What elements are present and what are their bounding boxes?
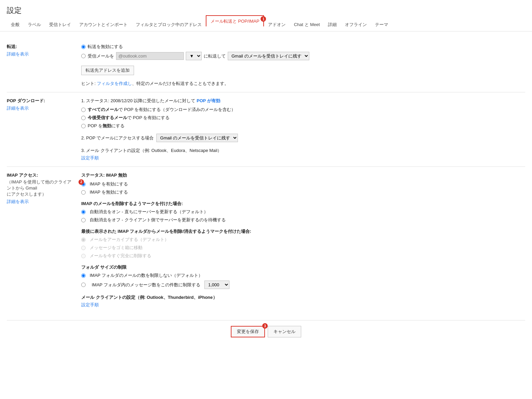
forwarding-disable-label: 転送を無効にする xyxy=(88,44,123,50)
forwarding-to-text: に転送して xyxy=(204,53,226,59)
add-address-button[interactable]: 転送先アドレスを追加 xyxy=(81,66,134,75)
cancel-button[interactable]: キャンセル xyxy=(268,326,301,337)
forwarding-content: 転送を無効にする 受信メールを ▼ に転送して Gmail のメールを受信トレイ… xyxy=(81,44,525,87)
forwarding-disable-radio[interactable] xyxy=(81,45,86,49)
imap-delete-option2-radio[interactable] xyxy=(81,218,86,222)
imap-delete-option1-row: 自動消去をオン - 直ちにサーバーを更新する（デフォルト） xyxy=(81,209,525,215)
forwarding-email-input[interactable] xyxy=(116,52,184,60)
imap-last-option1-row: メールをアーカイブする（デフォルト） xyxy=(81,237,525,243)
imap-last-option3-row: メールを今すぐ完全に削除する xyxy=(81,253,525,259)
pop-disable-radio[interactable] xyxy=(81,124,86,128)
save-button-wrapper: 3 変更を保存 xyxy=(231,326,265,337)
pop-disable-label: POP を xyxy=(88,123,103,129)
nav-item-inbox[interactable]: 受信トレイ xyxy=(45,18,75,31)
pop-title: POP ダウンロード: xyxy=(7,98,45,103)
nav-item-labels[interactable]: ラベル xyxy=(24,18,45,31)
nav-item-all[interactable]: 全般 xyxy=(7,18,24,31)
imap-folder-option1-row: IMAP フォルダのメールの数を制限しない（デフォルト） xyxy=(81,272,525,279)
pop-access-row: 2. POP でメールにアクセスする場合 Gmail のメールを受信トレイに残す… xyxy=(81,134,238,142)
pop-disable-radio-row: POP を無効にする xyxy=(81,123,525,129)
forwarding-action-select[interactable]: Gmail のメールを受信トレイに残す Gmail のメールを既読にする Gma… xyxy=(228,52,309,60)
nav-item-chat[interactable]: Chat と Meet xyxy=(290,18,324,31)
annotation-3: 3 xyxy=(262,323,268,329)
forwarding-enable-prefix: 受信メールを xyxy=(88,53,114,59)
imap-delete-option1-label: 自動消去をオン - 直ちにサーバーを更新する（デフォルト） xyxy=(90,209,208,215)
nav-item-forwarding-wrapper: メール転送と POP/IMAP 1 xyxy=(206,18,264,31)
imap-setup-link[interactable]: 設定手順 xyxy=(81,302,99,307)
pop-disable-suffix: にする xyxy=(111,123,125,129)
pop-future-suffix: で POP を有効にする xyxy=(127,115,170,121)
imap-folder-title: フォルダ サイズの制限 xyxy=(81,264,525,270)
pop-disable-bold: 無効 xyxy=(103,123,111,129)
nav-item-advanced[interactable]: 詳細 xyxy=(324,18,341,31)
hint-text: ヒント: フィルタを作成し、特定のメールだけを転送することもできます。 xyxy=(81,81,525,87)
save-button[interactable]: 変更を保存 xyxy=(231,326,265,337)
pop-access-select[interactable]: Gmail のメールを受信トレイに残す Gmail のメールを既読にする Gma… xyxy=(156,134,238,142)
imap-delete-option1-radio[interactable] xyxy=(81,210,86,214)
pop-all-radio-row: すべてのメールで POP を有効にする（ダウンロード済みのメールを含む） xyxy=(81,107,525,113)
imap-last-option2-row: メッセージをゴミ箱に移動 xyxy=(81,245,525,251)
imap-folder-option1-label: IMAP フォルダのメールの数を制限しない（デフォルト） xyxy=(90,272,203,279)
imap-disable-radio[interactable] xyxy=(81,190,86,195)
imap-enable-radio-wrapper: 2 xyxy=(81,182,88,186)
nav-bar: 全般 ラベル 受信トレイ アカウントとインポート フィルタとブロック中のアドレス… xyxy=(0,18,532,31)
page-title: 設定 xyxy=(0,0,532,18)
imap-last-option1-radio[interactable] xyxy=(81,238,86,242)
pop-status-prefix: 1. ステータス: 2008/12/20 以降に受信したメールに対して xyxy=(81,98,197,103)
pop-status: 1. ステータス: 2008/12/20 以降に受信したメールに対して POP … xyxy=(81,98,525,104)
nav-item-filters[interactable]: フィルタとブロック中のアドレス xyxy=(132,18,206,31)
imap-folder-option1-radio[interactable] xyxy=(81,273,86,278)
pop-all-suffix: で POP を有効にする（ダウンロード済みのメールを含む） xyxy=(118,107,236,113)
pop-all-radio[interactable] xyxy=(81,108,86,112)
hint-suffix: 、特定のメールだけを転送することもできます。 xyxy=(132,81,229,86)
forwarding-enable-radio[interactable] xyxy=(81,54,86,58)
imap-delete-title: IMAP のメールを削除するようマークを付けた場合: xyxy=(81,201,525,207)
pop-future-radio[interactable] xyxy=(81,116,86,120)
pop-section: POP ダウンロード: 詳細を表示 1. ステータス: 2008/12/20 以… xyxy=(7,92,525,167)
imap-enable-radio-row: 2 IMAP を有効にする xyxy=(81,181,525,187)
pop-setup-link[interactable]: 設定手順 xyxy=(81,155,99,160)
imap-section: IMAP アクセス: （IMAP を使用して他のクライアントから Gmail に… xyxy=(7,167,525,313)
add-address-wrapper: 転送先アドレスを追加 xyxy=(81,63,525,78)
forwarding-title: 転送: xyxy=(7,44,17,49)
imap-last-option2-radio[interactable] xyxy=(81,246,86,250)
nav-item-offline[interactable]: オフライン xyxy=(341,18,371,31)
footer-buttons: 3 変更を保存 キャンセル xyxy=(0,320,532,343)
pop-client-label: 3. メール クライアントの設定（例: Outlook、Eudora、Netsc… xyxy=(81,148,525,154)
imap-label: IMAP アクセス: （IMAP を使用して他のクライアントから Gmail に… xyxy=(7,172,81,308)
imap-delete-option2-label: 自動消去をオフ - クライアント側でサーバーを更新するのを待機する xyxy=(90,217,226,223)
imap-delete-option2-row: 自動消去をオフ - クライアント側でサーバーを更新するのを待機する xyxy=(81,217,525,223)
imap-status-title: ステータス: IMAP 無効 xyxy=(81,172,525,178)
hint-link[interactable]: フィルタを作成し xyxy=(97,81,132,86)
forwarding-enable-row: 受信メールを ▼ に転送して Gmail のメールを受信トレイに残す Gmail… xyxy=(81,52,525,60)
imap-last-option3-radio[interactable] xyxy=(81,254,86,258)
nav-item-forwarding[interactable]: メール転送と POP/IMAP xyxy=(206,15,264,26)
pop-future-radio-row: 今後受信するメールで POP を有効にする xyxy=(81,115,525,121)
annotation-2: 2 xyxy=(79,179,84,185)
nav-item-accounts[interactable]: アカウントとインポート xyxy=(75,18,132,31)
imap-detail-link[interactable]: 詳細を表示 xyxy=(7,199,74,205)
nav-item-addons[interactable]: アドオン xyxy=(264,18,290,31)
forwarding-dropdown-indicator[interactable]: ▼ xyxy=(186,52,202,60)
imap-sublabel2: にアクセスします） xyxy=(7,192,46,197)
forwarding-detail-link[interactable]: 詳細を表示 xyxy=(7,51,74,57)
pop-all-bold: すべてのメール xyxy=(88,107,118,113)
pop-access-label: 2. POP でメールにアクセスする場合 xyxy=(81,135,154,141)
pop-label: POP ダウンロード: 詳細を表示 xyxy=(7,98,81,161)
imap-folder-limit-select[interactable]: 1,000 2,000 5,000 10,000 xyxy=(204,281,229,289)
forwarding-section: 転送: 詳細を表示 転送を無効にする 受信メールを ▼ に転送して Gmail … xyxy=(7,38,525,92)
nav-item-theme[interactable]: テーマ xyxy=(371,18,392,31)
hint-prefix: ヒント: xyxy=(81,81,97,86)
forwarding-disable-row: 転送を無効にする xyxy=(81,44,525,50)
imap-last-title: 最後に表示された IMAP フォルダからメールを削除/消去するようマークを付けた… xyxy=(81,228,525,235)
imap-content: ステータス: IMAP 無効 2 IMAP を有効にする IMAP を無効にする… xyxy=(81,172,525,308)
imap-title: IMAP アクセス: xyxy=(7,173,38,178)
imap-last-option1-label: メールをアーカイブする（デフォルト） xyxy=(90,237,169,243)
imap-folder-option2-row: IMAP フォルダ内のメッセージ数をこの件数に制限する 1,000 2,000 … xyxy=(81,281,525,289)
imap-last-option3-label: メールを今すぐ完全に削除する xyxy=(90,253,151,259)
pop-detail-link[interactable]: 詳細を表示 xyxy=(7,105,74,111)
imap-last-option2-label: メッセージをゴミ箱に移動 xyxy=(90,245,142,251)
content: 転送: 詳細を表示 転送を無効にする 受信メールを ▼ に転送して Gmail … xyxy=(0,31,532,320)
pop-status-bold: POP が有効 xyxy=(197,98,220,103)
imap-folder-option2-radio[interactable] xyxy=(81,283,86,287)
